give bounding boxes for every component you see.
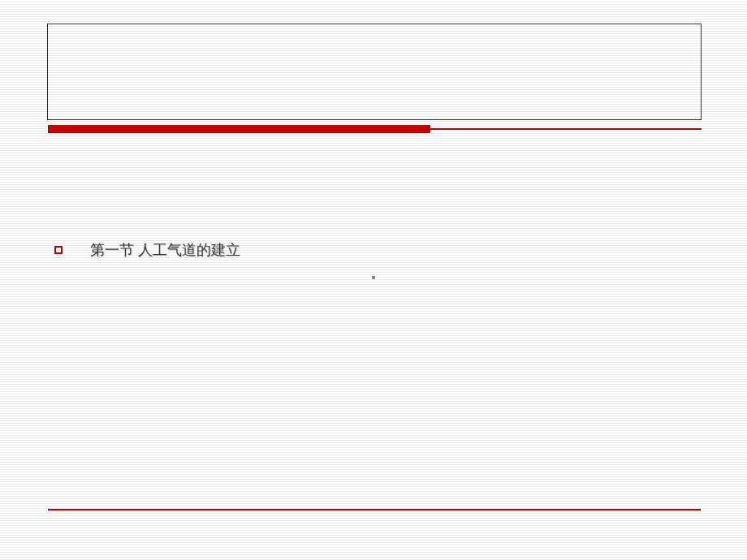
- bullet-square-icon: [54, 246, 63, 254]
- bullet-item: 第一节 人工气道的建立: [54, 240, 240, 260]
- footer-divider: [48, 509, 701, 510]
- bullet-text: 第一节 人工气道的建立: [90, 240, 240, 260]
- center-marker: [372, 276, 375, 279]
- divider-thin: [430, 128, 702, 130]
- title-box: [47, 24, 702, 120]
- divider-thick: [48, 125, 430, 133]
